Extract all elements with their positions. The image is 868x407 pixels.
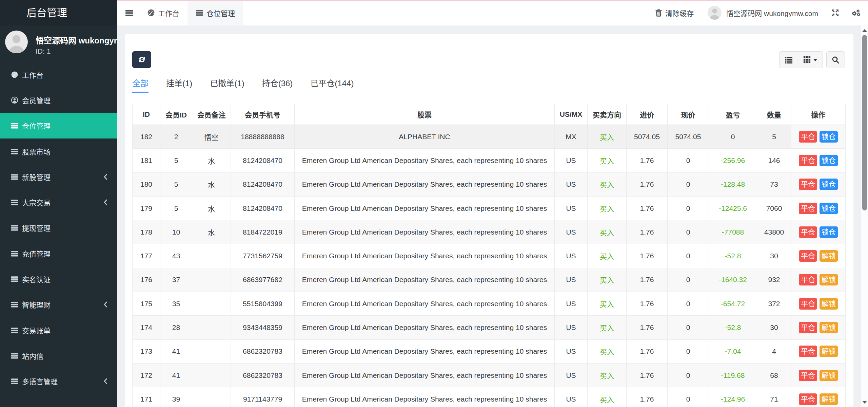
cell-pnl: -128.48 (709, 172, 757, 196)
sidebar-toggle-button[interactable] (117, 0, 139, 25)
close-position-button[interactable]: 平仓 (799, 274, 817, 285)
cell-quantity: 73 (757, 172, 791, 196)
filter-tab[interactable]: 挂单(1) (166, 72, 192, 93)
close-position-button[interactable]: 平仓 (799, 370, 817, 381)
list-icon (11, 377, 18, 385)
cell-id: 174 (133, 316, 160, 339)
cell-direction: 买入 (588, 125, 627, 149)
list-view-button[interactable] (779, 51, 798, 68)
sidebar-item[interactable]: 会员管理 (0, 87, 117, 113)
lock-position-button[interactable]: 锁仓 (820, 155, 838, 166)
cell-market: US (555, 220, 588, 244)
cell-remark: 悟空 (192, 125, 231, 149)
cell-quantity: 30 (757, 244, 791, 268)
sidebar-item[interactable]: 新股管理 (0, 164, 117, 189)
cell-remark (192, 363, 231, 387)
sidebar-item[interactable]: 充值管理 (0, 241, 117, 266)
sidebar-item[interactable]: 站内信 (0, 343, 117, 368)
table-row: 171399171143779Emeren Group Ltd American… (133, 387, 846, 407)
person-icon (5, 31, 28, 53)
cell-market: US (555, 292, 588, 316)
close-position-button[interactable]: 平仓 (799, 322, 817, 333)
list-icon (11, 122, 18, 129)
navbar-tab[interactable]: 工作台 (139, 0, 188, 25)
close-position-button[interactable]: 平仓 (799, 131, 817, 143)
chevron-left-icon (103, 301, 107, 308)
cell-phone: 8124208470 (231, 149, 295, 172)
close-position-button[interactable]: 平仓 (799, 226, 817, 238)
cell-phone: 7731562759 (231, 244, 295, 268)
cell-market: MX (555, 125, 588, 149)
unlock-position-button[interactable]: 解锁 (820, 346, 838, 357)
lock-position-button[interactable]: 锁仓 (820, 179, 838, 190)
cell-quantity: 146 (757, 149, 791, 172)
lock-position-button[interactable]: 锁仓 (820, 131, 838, 143)
sidebar-item[interactable]: 仓位管理 (0, 113, 117, 138)
navbar-tabs: 工作台 仓位管理 (139, 0, 243, 25)
sidebar-item[interactable]: 多语言管理 (0, 369, 117, 394)
cell-market: US (555, 172, 588, 196)
sidebar-item[interactable]: 智能理财 (0, 292, 117, 317)
cell-stock: Emeren Group Ltd American Depositary Sha… (295, 220, 555, 244)
close-position-button[interactable]: 平仓 (799, 346, 817, 357)
cell-quantity: 4 (757, 339, 791, 363)
filter-tab[interactable]: 全部 (132, 72, 149, 93)
cell-direction: 买入 (588, 149, 627, 172)
cell-phone: 9171143779 (231, 387, 295, 407)
sidebar-user-info: 悟空源码网 wukongymw.com ID: 1 (36, 25, 117, 55)
unlock-position-button[interactable]: 解锁 (820, 393, 838, 405)
cell-phone: 8124208470 (231, 196, 295, 220)
user-menu[interactable]: 悟空源码网 wukongymw.com (708, 6, 818, 20)
scrollbar-thumb[interactable] (862, 35, 867, 210)
unlock-position-button[interactable]: 解锁 (820, 298, 838, 310)
refresh-button[interactable] (132, 51, 151, 68)
search-button[interactable] (826, 51, 845, 68)
unlock-position-button[interactable]: 解锁 (820, 250, 838, 262)
sidebar-item-label: 大宗交易 (22, 197, 51, 207)
close-position-button[interactable]: 平仓 (799, 298, 817, 310)
sidebar-item[interactable]: 提现管理 (0, 215, 117, 241)
column-header: 进价 (627, 104, 668, 125)
navbar-tab[interactable]: 仓位管理 (188, 0, 243, 25)
cell-quantity: 43800 (757, 220, 791, 244)
clear-cache-button[interactable]: 清除缓存 (655, 8, 694, 18)
sidebar-item[interactable]: 工作台 (0, 62, 117, 87)
list-icon (11, 224, 18, 232)
cell-member-id: 10 (160, 220, 192, 244)
unlock-position-button[interactable]: 解锁 (820, 322, 838, 333)
scrollbar-up-arrow[interactable] (861, 26, 868, 35)
close-position-button[interactable]: 平仓 (799, 155, 817, 166)
filter-tab[interactable]: 已平仓(144) (310, 72, 354, 93)
columns-dropdown-button[interactable] (798, 51, 823, 68)
unlock-position-button[interactable]: 解锁 (820, 370, 838, 381)
sidebar-item[interactable]: 股票市场 (0, 138, 117, 164)
settings-gears-icon[interactable] (851, 9, 861, 17)
unlock-position-button[interactable]: 解锁 (820, 274, 838, 285)
cell-phone: 9343448359 (231, 316, 295, 339)
fullscreen-icon[interactable] (831, 9, 839, 17)
cell-phone: 6863977682 (231, 268, 295, 292)
close-position-button[interactable]: 平仓 (799, 250, 817, 262)
user-icon (11, 96, 18, 104)
close-position-button[interactable]: 平仓 (799, 393, 817, 405)
app-logo[interactable]: 后台管理 (0, 0, 117, 25)
close-position-button[interactable]: 平仓 (799, 179, 817, 190)
filter-tab[interactable]: 已撤单(1) (210, 72, 244, 93)
cell-member-id: 41 (160, 339, 192, 363)
sidebar-item[interactable]: 大宗交易 (0, 189, 117, 215)
user-avatar[interactable] (5, 31, 28, 53)
filter-tab[interactable]: 持仓(36) (262, 72, 293, 93)
lock-position-button[interactable]: 锁仓 (820, 203, 838, 214)
cell-actions: 平仓解锁 (791, 268, 846, 292)
cell-quantity: 30 (757, 316, 791, 339)
filter-tab-label: 已平仓(144) (310, 77, 354, 89)
cell-current-price: 0 (668, 339, 709, 363)
cell-entry-price: 1.76 (627, 316, 668, 339)
sidebar-item[interactable]: 交易账单 (0, 317, 117, 343)
sidebar-item[interactable]: 实名认证 (0, 266, 117, 292)
lock-position-button[interactable]: 锁仓 (820, 226, 838, 238)
scrollbar-down-arrow[interactable] (861, 398, 868, 406)
cell-market: US (555, 196, 588, 220)
cell-market: US (555, 268, 588, 292)
close-position-button[interactable]: 平仓 (799, 203, 817, 214)
